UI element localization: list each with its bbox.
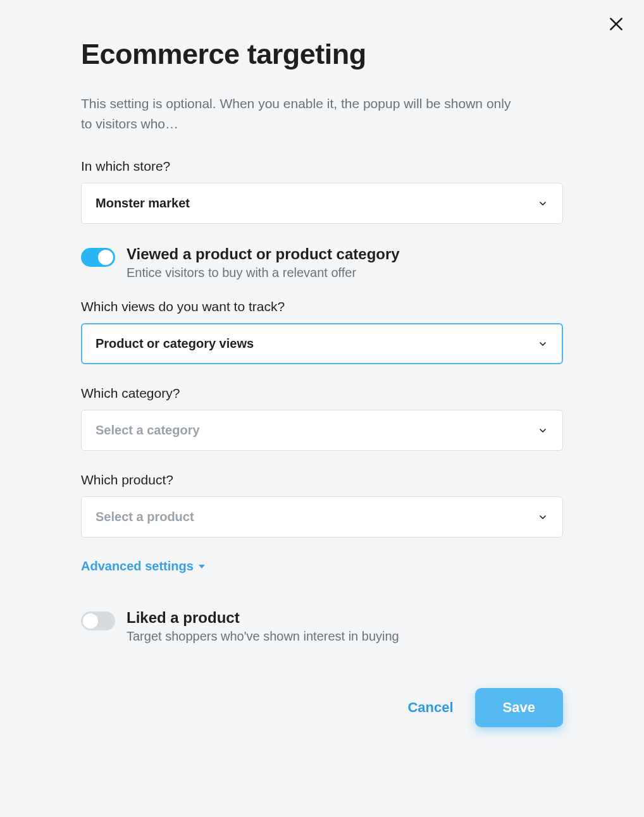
product-select-placeholder: Select a product	[96, 510, 537, 524]
liked-product-title: Liked a product	[127, 609, 563, 627]
viewed-product-subtitle: Entice visitors to buy with a relevant o…	[127, 266, 563, 280]
modal-footer: Cancel Save	[81, 688, 563, 727]
page-description: This setting is optional. When you enabl…	[81, 94, 524, 133]
store-select-value: Monster market	[96, 196, 537, 211]
liked-product-content: Liked a product Target shoppers who've s…	[127, 609, 563, 644]
liked-product-toggle-row: Liked a product Target shoppers who've s…	[81, 609, 563, 644]
store-label: In which store?	[81, 159, 563, 174]
viewed-product-toggle-row: Viewed a product or product category Ent…	[81, 245, 563, 280]
views-label: Which views do you want to track?	[81, 299, 563, 314]
caret-down-icon	[199, 565, 205, 568]
ecommerce-targeting-modal: Ecommerce targeting This setting is opti…	[0, 0, 644, 752]
viewed-product-toggle[interactable]	[81, 248, 115, 267]
advanced-settings-link[interactable]: Advanced settings	[81, 559, 205, 574]
viewed-product-content: Viewed a product or product category Ent…	[127, 245, 563, 280]
chevron-down-icon	[537, 512, 548, 523]
page-title: Ecommerce targeting	[81, 38, 563, 71]
category-select-placeholder: Select a category	[96, 423, 537, 438]
viewed-product-title: Viewed a product or product category	[127, 245, 563, 263]
product-select[interactable]: Select a product	[81, 496, 563, 538]
product-label: Which product?	[81, 472, 563, 488]
close-icon	[608, 16, 624, 32]
chevron-down-icon	[537, 425, 548, 436]
category-label: Which category?	[81, 386, 563, 401]
advanced-settings-label: Advanced settings	[81, 559, 194, 574]
liked-product-subtitle: Target shoppers who've shown interest in…	[127, 629, 563, 644]
category-field: Which category? Select a category	[81, 386, 563, 451]
liked-product-toggle[interactable]	[81, 611, 115, 630]
store-select[interactable]: Monster market	[81, 183, 563, 224]
chevron-down-icon	[537, 198, 548, 209]
cancel-button[interactable]: Cancel	[407, 699, 453, 716]
views-field: Which views do you want to track? Produc…	[81, 299, 563, 364]
save-button[interactable]: Save	[475, 688, 563, 727]
toggle-knob	[83, 613, 98, 629]
category-select[interactable]: Select a category	[81, 410, 563, 451]
product-field: Which product? Select a product	[81, 472, 563, 538]
views-select[interactable]: Product or category views	[81, 323, 563, 364]
toggle-knob	[98, 250, 113, 265]
views-select-value: Product or category views	[96, 336, 537, 351]
close-button[interactable]	[606, 14, 626, 34]
chevron-down-icon	[537, 338, 548, 350]
store-field: In which store? Monster market	[81, 159, 563, 224]
